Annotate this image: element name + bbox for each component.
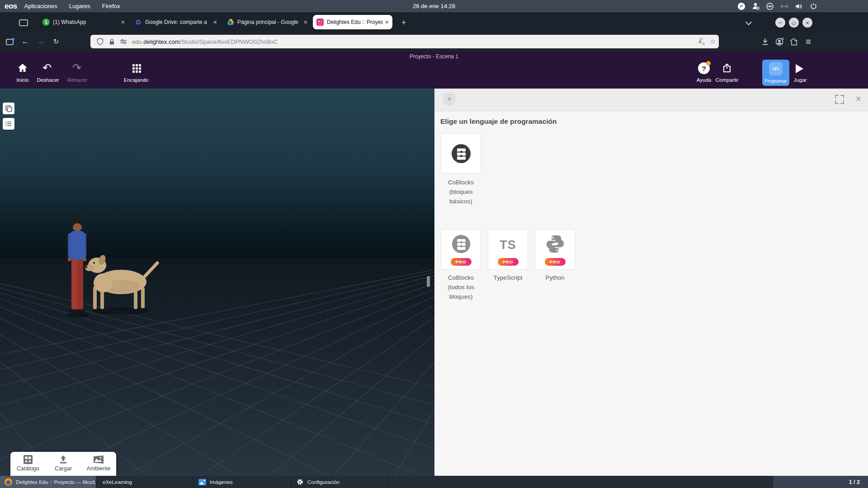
downloads-icon[interactable] — [759, 35, 771, 48]
account-icon[interactable] — [773, 35, 786, 48]
language-card-coblocks-basic[interactable] — [441, 133, 481, 174]
tab-title: (1) WhatsApp — [53, 19, 119, 25]
window-close-button[interactable]: × — [802, 18, 812, 28]
upload-icon — [58, 455, 68, 465]
language-card-coblocks-all[interactable]: PRO — [441, 230, 481, 270]
task-delightex-window[interactable]: Delightex Edu :: Proyecto — Mozil... — [0, 476, 96, 488]
network-icon[interactable] — [780, 2, 788, 10]
google-icon: G — [135, 19, 142, 26]
tab-delightex-active[interactable]: Delightex Edu :: Proyecto × — [313, 15, 392, 29]
canvas-toolbar: Catálogo Cargar Ambiente — [10, 452, 116, 476]
tab-close-icon[interactable]: × — [121, 19, 125, 26]
pro-badge: PRO — [545, 258, 566, 266]
code-panel: + × Elige un lenguaje de programación Co… — [434, 89, 868, 476]
gear-icon — [296, 478, 304, 486]
task-exelearning[interactable]: eXeLearning — [97, 476, 193, 488]
scene-3d-viewport[interactable]: Catálogo Cargar Ambiente — [0, 89, 434, 476]
language-picker-heading: Elige un lenguaje de programación — [440, 117, 557, 126]
app-header: Proyecto - Escena 1 Inicio ↶ Deshacer ↷ … — [0, 52, 868, 89]
firefox-view-icon[interactable] — [17, 17, 30, 28]
scene-list-icon[interactable] — [3, 118, 14, 130]
updates-check-icon[interactable]: ✓ — [738, 3, 745, 10]
help-badge — [706, 61, 711, 66]
menu-firefox[interactable]: Firefox — [102, 3, 120, 9]
permissions-icon[interactable] — [118, 36, 129, 47]
upload-button[interactable]: Cargar — [46, 452, 81, 476]
scene-gallery-icon[interactable] — [3, 103, 14, 114]
power-icon[interactable] — [809, 2, 817, 10]
desktop-top-bar: eos Aplicaciones Lugares Firefox 26 de e… — [0, 0, 868, 12]
workspace-indicator[interactable]: 1 / 2 — [773, 476, 868, 488]
snapping-label[interactable]: Encajando — [124, 77, 148, 83]
play-icon[interactable] — [796, 64, 803, 73]
clock[interactable]: 26 de ene 14:28 — [413, 0, 455, 12]
window-restore-button[interactable]: ◇ — [789, 18, 799, 28]
translate-icon[interactable]: Aa — [698, 38, 707, 45]
share-icon[interactable] — [722, 63, 732, 74]
forward-icon[interactable]: → — [34, 35, 47, 48]
language-card-python[interactable]: PRO — [535, 230, 575, 270]
tab-google-drive[interactable]: G Google Drive: comparte a × — [131, 15, 221, 29]
url-bar[interactable]: edu.delightex.com/Studio/Space/6vxEDPNWO… — [90, 35, 719, 48]
task-configuracion[interactable]: Configuración — [292, 476, 389, 488]
redo-icon[interactable]: ↷ — [72, 62, 81, 73]
svg-text:a: a — [703, 42, 705, 45]
tab-whatsapp[interactable]: 1 (1) WhatsApp × — [39, 15, 128, 29]
tab-close-icon[interactable]: × — [304, 19, 307, 26]
language-card-label[interactable]: CoBlocks (bloques básicos) — [437, 178, 485, 206]
help-icon[interactable]: ? — [698, 62, 710, 74]
catalog-icon — [23, 455, 33, 465]
add-script-tab-button[interactable]: + — [443, 92, 456, 106]
window-icon[interactable] — [4, 35, 16, 48]
window-minimize-button[interactable]: − — [775, 18, 785, 28]
code-button-active[interactable]: </> Programar — [762, 60, 789, 86]
tab-close-icon[interactable]: × — [385, 19, 389, 26]
snapping-grid-icon[interactable] — [132, 64, 141, 73]
help-label[interactable]: Ayuda — [697, 77, 711, 83]
user-switch-icon[interactable] — [751, 2, 760, 10]
bookmark-star-icon[interactable]: ☆ — [710, 38, 716, 46]
tab-close-icon[interactable]: × — [213, 19, 217, 26]
tab-title: Delightex Edu :: Proyecto — [327, 19, 383, 25]
list-all-tabs-icon[interactable] — [746, 19, 751, 25]
browser-tab-bar: 1 (1) WhatsApp × G Google Drive: compart… — [0, 12, 868, 32]
scene-render — [0, 89, 434, 476]
menu-hamburger-icon[interactable]: ≡ — [802, 35, 815, 48]
tab-title: Página principal - Google — [237, 19, 302, 25]
environment-button[interactable]: Ambiente — [81, 452, 116, 476]
language-card-typescript[interactable]: TS PRO — [488, 230, 528, 270]
undo-label[interactable]: Deshacer — [37, 77, 59, 83]
extensions-icon[interactable] — [788, 35, 800, 48]
home-label[interactable]: Inicio — [17, 77, 29, 83]
language-card-label[interactable]: TypeScript — [484, 273, 532, 282]
lock-icon[interactable] — [106, 36, 118, 47]
language-card-label[interactable]: CoBlocks (todos los bloques) — [437, 273, 485, 301]
shield-icon[interactable] — [94, 36, 106, 47]
system-tray: ✓ — [738, 0, 817, 12]
code-tabs-strip: + × — [434, 89, 868, 111]
volume-icon[interactable] — [795, 2, 803, 10]
help-glyph: ? — [702, 65, 706, 72]
tab-drive-home[interactable]: Página principal - Google × — [223, 15, 311, 29]
language-card-label[interactable]: Python — [531, 273, 579, 282]
menu-aplicaciones[interactable]: Aplicaciones — [24, 3, 57, 9]
new-tab-button[interactable]: + — [398, 17, 410, 28]
fullscreen-icon[interactable] — [835, 95, 844, 104]
task-imagenes[interactable]: Imágenes — [194, 476, 291, 488]
menu-lugares[interactable]: Lugares — [69, 3, 90, 9]
screen-share-icon[interactable] — [766, 2, 774, 10]
reload-icon[interactable]: ↻ — [50, 35, 62, 48]
drive-icon — [227, 19, 234, 26]
back-icon[interactable]: ← — [19, 35, 32, 48]
catalog-button[interactable]: Catálogo — [10, 452, 46, 476]
distro-logo[interactable]: eos — [5, 2, 17, 11]
play-label[interactable]: Jugar — [794, 77, 807, 83]
home-icon[interactable] — [18, 63, 28, 72]
url-text[interactable]: edu.delightex.com/Studio/Space/6vxEDPNWO… — [132, 38, 698, 45]
share-label[interactable]: Compartir — [716, 77, 738, 83]
undo-icon[interactable]: ↶ — [42, 62, 52, 73]
delightex-icon — [316, 19, 324, 26]
redo-label[interactable]: Rehacer — [67, 77, 87, 83]
canvas-scrollbar[interactable] — [427, 276, 430, 287]
panel-close-icon[interactable]: × — [853, 93, 864, 105]
